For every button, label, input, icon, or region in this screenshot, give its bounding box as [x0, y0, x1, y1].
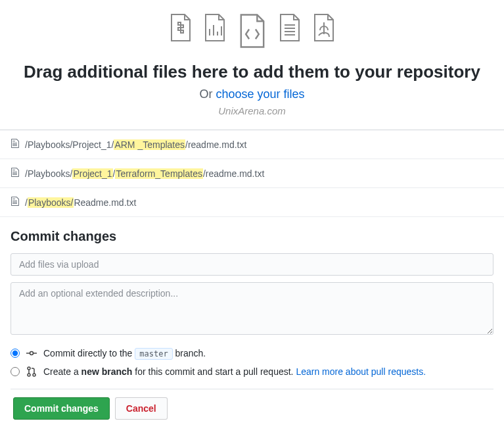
svg-point-15: [28, 367, 30, 370]
or-choose-line: Or choose your files: [0, 87, 504, 101]
pdf-file-icon: [312, 13, 336, 51]
commit-newbranch-option[interactable]: Create a new branch for this commit and …: [11, 362, 493, 381]
zip-file-icon: [169, 13, 193, 51]
file-icon: [11, 167, 20, 180]
text-file-icon: [278, 13, 302, 51]
file-row: /Playbooks/Project_1/Terraform_Templates…: [0, 159, 504, 188]
commit-actions: Commit changes Cancel: [11, 389, 493, 428]
svg-point-16: [28, 374, 30, 376]
cancel-button[interactable]: Cancel: [115, 397, 168, 420]
svg-point-12: [30, 352, 34, 355]
commit-description-input[interactable]: [11, 282, 493, 335]
svg-rect-3: [181, 30, 183, 33]
commit-direct-option[interactable]: Commit directly to the master branch.: [11, 344, 493, 362]
commit-changes-button[interactable]: Commit changes: [13, 397, 110, 420]
svg-point-17: [33, 374, 35, 376]
learn-pull-requests-link[interactable]: Learn more about pull requests.: [296, 366, 426, 377]
commit-direct-radio[interactable]: [11, 349, 20, 358]
file-path: /Playbooks/Readme.md.txt: [25, 197, 136, 208]
file-icon: [11, 196, 20, 209]
git-pull-request-icon: [26, 366, 37, 377]
file-icon: [11, 138, 20, 151]
file-path: /Playbooks/Project_1/Terraform_Templates…: [25, 168, 264, 179]
code-file-icon: [237, 13, 267, 51]
file-row: /Playbooks/Project_1/ARM _Templates/read…: [0, 130, 504, 159]
commit-newbranch-radio[interactable]: [11, 367, 20, 376]
commit-section: Commit changes Commit directly to the ma…: [0, 217, 504, 434]
branch-name-pill: master: [135, 348, 172, 360]
choose-files-link[interactable]: choose your files: [216, 87, 304, 101]
drag-heading: Drag additional files here to add them t…: [0, 62, 504, 82]
uploaded-files-list: /Playbooks/Project_1/ARM _Templates/read…: [0, 130, 504, 217]
file-type-icons: [0, 13, 504, 51]
watermark-text: UnixArena.com: [0, 105, 504, 116]
commit-summary-input[interactable]: [11, 253, 493, 276]
git-commit-icon: [26, 348, 37, 358]
chart-file-icon: [203, 13, 227, 51]
file-row: /Playbooks/Readme.md.txt: [0, 188, 504, 217]
upload-dropzone[interactable]: Drag additional files here to add them t…: [0, 0, 504, 130]
commit-heading: Commit changes: [11, 229, 493, 244]
file-path: /Playbooks/Project_1/ARM _Templates/read…: [25, 139, 246, 150]
